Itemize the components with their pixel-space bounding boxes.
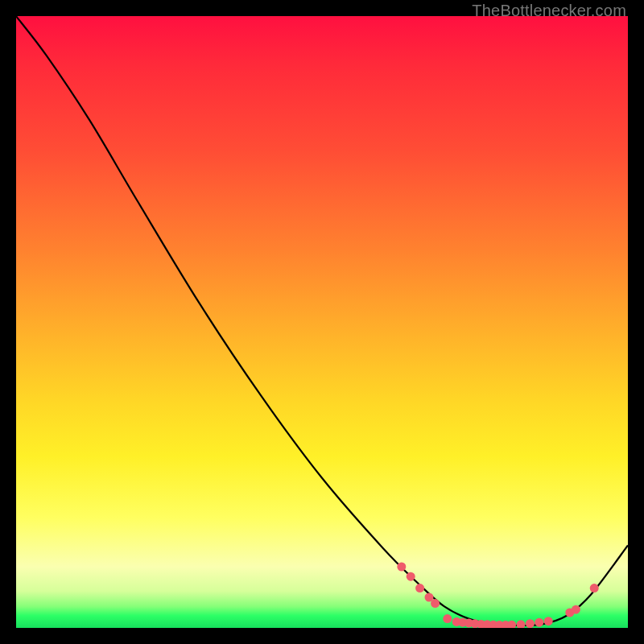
chart-data-dot	[431, 599, 440, 608]
chart-data-dot	[397, 563, 406, 572]
chart-svg	[16, 16, 628, 628]
chart-data-dot	[517, 620, 526, 628]
chart-stage: TheBottlenecker.com	[0, 0, 644, 644]
plot-area	[16, 16, 628, 628]
chart-data-dot	[443, 614, 452, 623]
chart-curve	[16, 16, 628, 625]
watermark-label: TheBottlenecker.com	[472, 2, 626, 20]
chart-data-dot	[544, 617, 553, 625]
chart-data-dot	[590, 584, 599, 592]
chart-data-dots	[397, 563, 598, 629]
chart-data-dot	[572, 605, 580, 614]
chart-data-dot	[535, 618, 543, 627]
chart-data-dot	[407, 572, 415, 581]
chart-data-dot	[526, 619, 535, 628]
chart-data-dot	[507, 621, 516, 628]
chart-data-dot	[415, 584, 424, 592]
